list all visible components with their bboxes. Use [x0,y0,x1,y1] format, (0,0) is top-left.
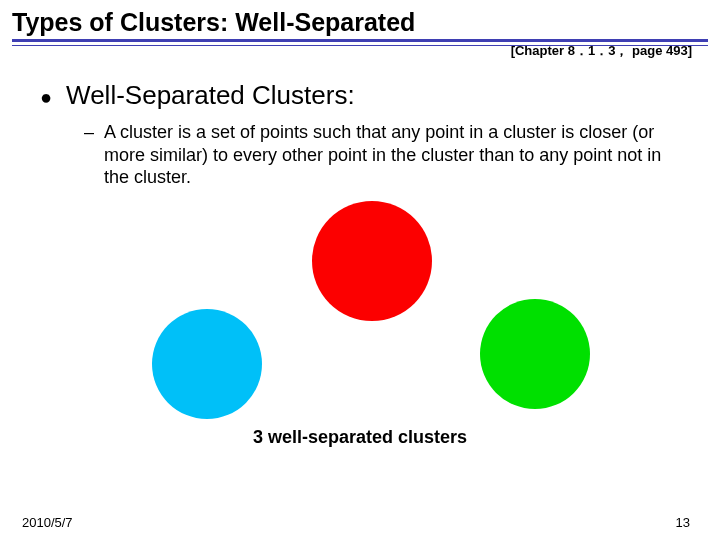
cluster-red-circle [312,201,432,321]
slide: Types of Clusters: Well-Separated [Chapt… [0,0,720,540]
cluster-cyan-circle [152,309,262,419]
cluster-green-circle [480,299,590,409]
chapter-reference: [Chapter 8．1．3， page 493] [511,42,692,60]
clusters-diagram [12,201,708,421]
bullet-dot-icon: ● [40,87,52,107]
slide-title: Types of Clusters: Well-Separated [12,8,708,37]
footer-date: 2010/5/7 [22,515,73,530]
bullet-sub: – A cluster is a set of points such that… [84,121,668,189]
title-row: Types of Clusters: Well-Separated [12,8,708,46]
sub-text: A cluster is a set of points such that a… [104,121,668,189]
footer-page: 13 [676,515,690,530]
diagram-caption: 3 well-separated clusters [12,427,708,448]
dash-icon: – [84,122,94,143]
bullet-main: ● Well-Separated Clusters: [40,80,708,111]
bullet-label: Well-Separated Clusters: [66,80,355,111]
footer: 2010/5/7 13 [22,515,690,530]
